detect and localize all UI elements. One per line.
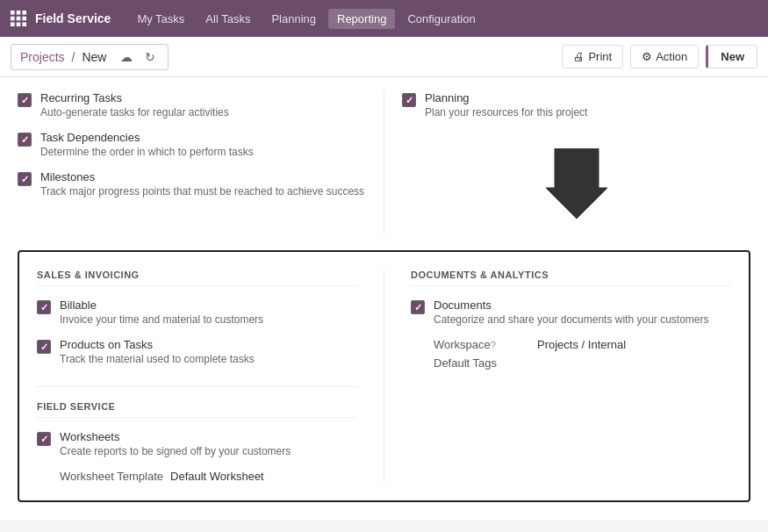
worksheets-desc: Create reports to be signed off by your …	[60, 445, 291, 457]
svg-rect-6	[11, 23, 15, 27]
recurring-tasks-checkbox[interactable]	[18, 93, 32, 107]
breadcrumb-action-icons: ☁ ↻	[117, 48, 159, 66]
arrow-indicator	[402, 131, 750, 236]
documents-analytics-column: Documents & Analytics Documents Categori…	[384, 270, 731, 483]
down-arrow-icon	[546, 148, 607, 219]
worksheet-template-label: Worksheet Template	[60, 470, 163, 483]
billable-title: Billable	[60, 298, 263, 312]
workspace-value[interactable]: Projects / Internal	[537, 338, 626, 351]
task-dependencies-text: Task Dependencies Determine the order in…	[40, 131, 254, 158]
workspace-field-row: Workspace? Projects / Internal	[434, 338, 731, 351]
feature-recurring-tasks: Recurring Tasks Auto-generate tasks for …	[18, 91, 366, 119]
svg-rect-5	[23, 17, 27, 21]
worksheet-template-row: Worksheet Template Default Worksheet	[60, 470, 357, 483]
planning-checkbox[interactable]	[402, 93, 416, 107]
print-icon: 🖨	[573, 50, 585, 63]
feature-billable: Billable Invoice your time and material …	[37, 298, 357, 326]
svg-rect-3	[11, 17, 15, 21]
breadcrumb-separator: /	[72, 50, 75, 64]
billable-desc: Invoice your time and material to custom…	[60, 313, 263, 326]
svg-rect-4	[17, 17, 21, 21]
action-button[interactable]: ⚙ Action	[630, 45, 699, 68]
task-dependencies-checkbox[interactable]	[18, 133, 32, 147]
planning-desc: Plan your resources for this project	[425, 106, 587, 119]
upper-right-features: Planning Plan your resources for this pr…	[384, 91, 750, 236]
milestones-desc: Track major progress points that must be…	[40, 185, 364, 198]
documents-title: Documents	[434, 298, 708, 312]
upper-left-features: Recurring Tasks Auto-generate tasks for …	[18, 91, 384, 236]
documents-checkbox[interactable]	[411, 300, 425, 314]
products-on-tasks-title: Products on Tasks	[60, 338, 255, 351]
breadcrumb-current: New	[82, 50, 106, 64]
workspace-tooltip[interactable]: ?	[491, 340, 496, 350]
print-label: Print	[588, 50, 612, 63]
svg-marker-9	[546, 148, 607, 219]
workspace-label-text: Workspace	[434, 338, 491, 351]
gear-icon: ⚙	[642, 50, 652, 63]
feature-task-dependencies: Task Dependencies Determine the order in…	[18, 131, 366, 158]
documents-desc: Categorize and share your documents with…	[434, 313, 708, 326]
worksheet-template-value[interactable]: Default Worksheet	[170, 470, 264, 483]
recurring-tasks-text: Recurring Tasks Auto-generate tasks for …	[40, 91, 229, 119]
worksheets-checkbox[interactable]	[37, 432, 51, 446]
print-button[interactable]: 🖨 Print	[562, 45, 623, 68]
planning-title: Planning	[425, 91, 587, 104]
nav-my-tasks[interactable]: My Tasks	[128, 9, 193, 29]
products-on-tasks-checkbox[interactable]	[37, 340, 51, 354]
app-name: Field Service	[35, 11, 111, 25]
milestones-text: Milestones Track major progress points t…	[40, 170, 364, 198]
top-nav: Field Service My Tasks All Tasks Plannin…	[0, 0, 768, 37]
svg-rect-0	[11, 11, 15, 15]
billable-checkbox[interactable]	[37, 300, 51, 314]
billable-text: Billable Invoice your time and material …	[60, 298, 263, 326]
task-dependencies-desc: Determine the order in which to perform …	[40, 146, 254, 158]
settings-box: Sales & Invoicing Billable Invoice your …	[18, 250, 750, 502]
svg-rect-2	[23, 11, 27, 15]
feature-milestones: Milestones Track major progress points t…	[18, 170, 366, 198]
settings-columns: Sales & Invoicing Billable Invoice your …	[37, 270, 731, 483]
default-tags-field-row: Default Tags	[434, 356, 731, 370]
workspace-label: Workspace?	[434, 338, 530, 351]
recurring-tasks-desc: Auto-generate tasks for regular activiti…	[40, 106, 229, 119]
new-button[interactable]: New	[706, 45, 757, 68]
worksheets-title: Worksheets	[60, 430, 291, 443]
nav-reporting[interactable]: Reporting	[328, 9, 395, 29]
svg-rect-8	[23, 23, 27, 27]
action-label: Action	[656, 50, 687, 63]
sales-invoicing-column: Sales & Invoicing Billable Invoice your …	[37, 270, 384, 483]
milestones-checkbox[interactable]	[18, 172, 32, 186]
svg-rect-7	[17, 23, 21, 27]
products-on-tasks-text: Products on Tasks Track the material use…	[60, 338, 255, 365]
grid-icon[interactable]	[11, 11, 26, 26]
feature-planning: Planning Plan your resources for this pr…	[402, 91, 750, 119]
products-on-tasks-desc: Track the material used to complete task…	[60, 353, 255, 365]
field-service-section: Field Service Worksheets Create reports …	[37, 386, 357, 483]
documents-text: Documents Categorize and share your docu…	[434, 298, 708, 326]
undo-icon[interactable]: ↻	[141, 48, 159, 66]
nav-configuration[interactable]: Configuration	[398, 9, 484, 29]
task-dependencies-title: Task Dependencies	[40, 131, 254, 144]
breadcrumb-right-actions: 🖨 Print ⚙ Action New	[562, 45, 757, 68]
nav-planning[interactable]: Planning	[262, 9, 325, 29]
upper-section: Recurring Tasks Auto-generate tasks for …	[0, 77, 768, 250]
sales-invoicing-heading: Sales & Invoicing	[37, 270, 357, 286]
nav-links: My Tasks All Tasks Planning Reporting Co…	[128, 9, 484, 29]
worksheets-text: Worksheets Create reports to be signed o…	[60, 430, 291, 457]
main-content: Recurring Tasks Auto-generate tasks for …	[0, 77, 768, 520]
recurring-tasks-title: Recurring Tasks	[40, 91, 229, 104]
save-icon[interactable]: ☁	[117, 48, 136, 66]
breadcrumb: Projects / New ☁ ↻	[11, 44, 169, 70]
nav-all-tasks[interactable]: All Tasks	[197, 9, 259, 29]
feature-documents: Documents Categorize and share your docu…	[411, 298, 731, 326]
breadcrumb-projects-link[interactable]: Projects	[20, 50, 65, 64]
field-service-heading: Field Service	[37, 401, 357, 418]
milestones-title: Milestones	[40, 170, 364, 183]
planning-text: Planning Plan your resources for this pr…	[425, 91, 587, 119]
default-tags-label: Default Tags	[434, 356, 530, 370]
feature-worksheets: Worksheets Create reports to be signed o…	[37, 430, 357, 457]
breadcrumb-bar: Projects / New ☁ ↻ 🖨 Print ⚙ Action New	[0, 37, 768, 77]
documents-analytics-heading: Documents & Analytics	[411, 270, 731, 286]
svg-rect-1	[17, 11, 21, 15]
feature-products-on-tasks: Products on Tasks Track the material use…	[37, 338, 357, 365]
